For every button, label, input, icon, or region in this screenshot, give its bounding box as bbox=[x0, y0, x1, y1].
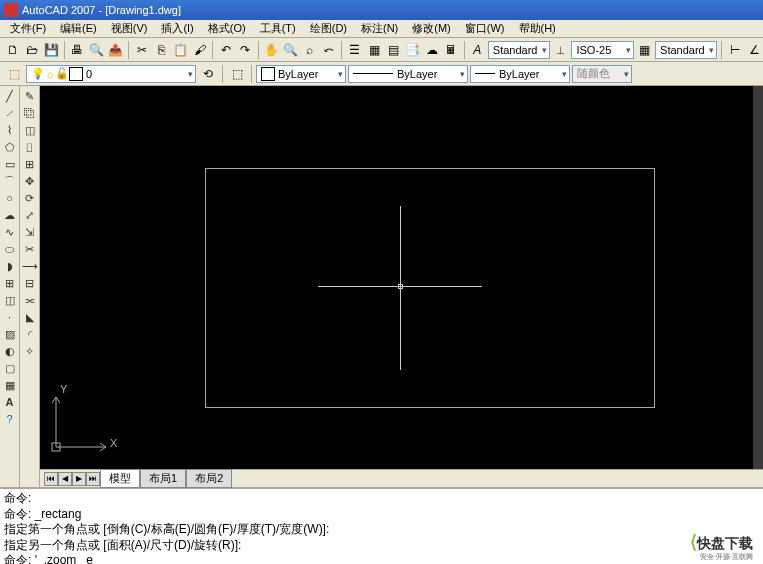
tab-layout2[interactable]: 布局2 bbox=[186, 469, 232, 488]
join-icon[interactable]: ⫘ bbox=[21, 292, 39, 308]
insertblock-icon[interactable]: ⊞ bbox=[1, 275, 19, 291]
layer-prev-icon[interactable]: ⟲ bbox=[198, 64, 218, 84]
spline-icon[interactable]: ∿ bbox=[1, 224, 19, 240]
layer-select[interactable]: 💡 ☼ 🔓 0 bbox=[26, 65, 196, 83]
circle-icon[interactable]: ○ bbox=[1, 190, 19, 206]
model-canvas[interactable]: X Y bbox=[40, 86, 763, 469]
designcenter-icon[interactable]: ▦ bbox=[365, 40, 382, 60]
stretch-icon[interactable]: ⇲ bbox=[21, 224, 39, 240]
markup-icon[interactable]: ☁ bbox=[423, 40, 440, 60]
menu-file[interactable]: 文件(F) bbox=[4, 20, 52, 37]
chamfer-icon[interactable]: ◣ bbox=[21, 309, 39, 325]
dimstyle-select[interactable]: ISO-25 bbox=[571, 41, 633, 59]
hatch-icon[interactable]: ▨ bbox=[1, 326, 19, 342]
redo-icon[interactable]: ↷ bbox=[236, 40, 253, 60]
arc-icon[interactable]: ⌒ bbox=[1, 173, 19, 189]
rectangle-icon[interactable]: ▭ bbox=[1, 156, 19, 172]
mirror-icon[interactable]: ◫ bbox=[21, 122, 39, 138]
plotstyle-select[interactable]: 随颜色 bbox=[572, 65, 632, 83]
menu-window[interactable]: 窗口(W) bbox=[459, 20, 511, 37]
ellipsearc-icon[interactable]: ◗ bbox=[1, 258, 19, 274]
xline-icon[interactable]: ⟋ bbox=[1, 105, 19, 121]
tab-last-icon[interactable]: ⏭ bbox=[86, 472, 100, 486]
textstyle-value: Standard bbox=[493, 44, 538, 56]
dim-angular-icon[interactable]: ∠ bbox=[746, 40, 763, 60]
copy-icon[interactable]: ⎘ bbox=[152, 40, 169, 60]
cmd-line: 命令: bbox=[4, 491, 759, 507]
move-icon[interactable]: ✥ bbox=[21, 173, 39, 189]
menu-view[interactable]: 视图(V) bbox=[105, 20, 154, 37]
menu-draw[interactable]: 绘图(D) bbox=[304, 20, 353, 37]
makeblock-icon[interactable]: ◫ bbox=[1, 292, 19, 308]
paste-icon[interactable]: 📋 bbox=[172, 40, 189, 60]
layerprops-icon[interactable]: ⬚ bbox=[4, 64, 24, 84]
color-select[interactable]: ByLayer bbox=[256, 65, 346, 83]
dim-linear-icon[interactable]: ⊢ bbox=[726, 40, 743, 60]
modify-toolbar: ✎ ⿻ ◫ ⌷ ⊞ ✥ ⟳ ⤢ ⇲ ✂ ⟶ ⊟ ⫘ ◣ ◜ ✧ bbox=[20, 86, 40, 487]
menu-format[interactable]: 格式(O) bbox=[202, 20, 252, 37]
polygon-icon[interactable]: ⬠ bbox=[1, 139, 19, 155]
properties-icon[interactable]: ☰ bbox=[346, 40, 363, 60]
tab-model[interactable]: 模型 bbox=[100, 469, 140, 488]
erase-icon[interactable]: ✎ bbox=[21, 88, 39, 104]
cut-icon[interactable]: ✂ bbox=[133, 40, 150, 60]
line-icon[interactable]: ╱ bbox=[1, 88, 19, 104]
new-icon[interactable]: 🗋 bbox=[4, 40, 21, 60]
polyline-icon[interactable]: ⌇ bbox=[1, 122, 19, 138]
tab-next-icon[interactable]: ▶ bbox=[72, 472, 86, 486]
sheetset-icon[interactable]: 📑 bbox=[404, 40, 421, 60]
menu-insert[interactable]: 插入(I) bbox=[155, 20, 199, 37]
textstyle-select[interactable]: Standard bbox=[488, 41, 550, 59]
ellipse-icon[interactable]: ⬭ bbox=[1, 241, 19, 257]
explode-icon[interactable]: ✧ bbox=[21, 343, 39, 359]
tab-prev-icon[interactable]: ◀ bbox=[58, 472, 72, 486]
help-icon[interactable]: ? bbox=[1, 411, 19, 427]
open-icon[interactable]: 🗁 bbox=[23, 40, 40, 60]
vertical-scrollbar[interactable] bbox=[753, 86, 763, 469]
linetype-select[interactable]: ByLayer bbox=[348, 65, 468, 83]
tab-layout1[interactable]: 布局1 bbox=[140, 469, 186, 488]
region-icon[interactable]: ▢ bbox=[1, 360, 19, 376]
matchprop-icon[interactable]: 🖌 bbox=[191, 40, 208, 60]
print-icon[interactable]: 🖶 bbox=[69, 40, 86, 60]
tab-first-icon[interactable]: ⏮ bbox=[44, 472, 58, 486]
tablestyle-icon[interactable]: ▦ bbox=[636, 40, 653, 60]
gradient-icon[interactable]: ◐ bbox=[1, 343, 19, 359]
rectangle-object[interactable] bbox=[205, 168, 655, 408]
layerstate-icon[interactable]: ⬚ bbox=[227, 64, 247, 84]
publish-icon[interactable]: 📤 bbox=[107, 40, 124, 60]
zoom-win-icon[interactable]: ⌕ bbox=[301, 40, 318, 60]
table-icon[interactable]: ▦ bbox=[1, 377, 19, 393]
menu-dimension[interactable]: 标注(N) bbox=[355, 20, 404, 37]
linetype-value: ByLayer bbox=[397, 68, 437, 80]
array-icon[interactable]: ⊞ bbox=[21, 156, 39, 172]
point-icon[interactable]: · bbox=[1, 309, 19, 325]
calc-icon[interactable]: 🖩 bbox=[442, 40, 459, 60]
undo-icon[interactable]: ↶ bbox=[217, 40, 234, 60]
save-icon[interactable]: 💾 bbox=[43, 40, 60, 60]
mtext-icon[interactable]: A bbox=[1, 394, 19, 410]
menu-modify[interactable]: 修改(M) bbox=[406, 20, 457, 37]
rotate-icon[interactable]: ⟳ bbox=[21, 190, 39, 206]
menu-help[interactable]: 帮助(H) bbox=[513, 20, 562, 37]
copy-obj-icon[interactable]: ⿻ bbox=[21, 105, 39, 121]
tablestyle-select[interactable]: Standard bbox=[655, 41, 717, 59]
trim-icon[interactable]: ✂ bbox=[21, 241, 39, 257]
revcloud-icon[interactable]: ☁ bbox=[1, 207, 19, 223]
break-icon[interactable]: ⊟ bbox=[21, 275, 39, 291]
extend-icon[interactable]: ⟶ bbox=[21, 258, 39, 274]
fillet-icon[interactable]: ◜ bbox=[21, 326, 39, 342]
menu-edit[interactable]: 编辑(E) bbox=[54, 20, 103, 37]
toolpalette-icon[interactable]: ▤ bbox=[385, 40, 402, 60]
command-window[interactable]: 命令: 命令: _rectang 指定第一个角点或 [倒角(C)/标高(E)/圆… bbox=[0, 487, 763, 564]
zoom-rt-icon[interactable]: 🔍 bbox=[282, 40, 299, 60]
scale-icon[interactable]: ⤢ bbox=[21, 207, 39, 223]
zoom-prev-icon[interactable]: ⤺ bbox=[320, 40, 337, 60]
offset-icon[interactable]: ⌷ bbox=[21, 139, 39, 155]
pan-icon[interactable]: ✋ bbox=[262, 40, 279, 60]
dimstyle-icon[interactable]: ⟂ bbox=[552, 40, 569, 60]
preview-icon[interactable]: 🔍 bbox=[88, 40, 105, 60]
menu-tools[interactable]: 工具(T) bbox=[254, 20, 302, 37]
lineweight-select[interactable]: ByLayer bbox=[470, 65, 570, 83]
textstyle-icon[interactable]: A bbox=[469, 40, 486, 60]
